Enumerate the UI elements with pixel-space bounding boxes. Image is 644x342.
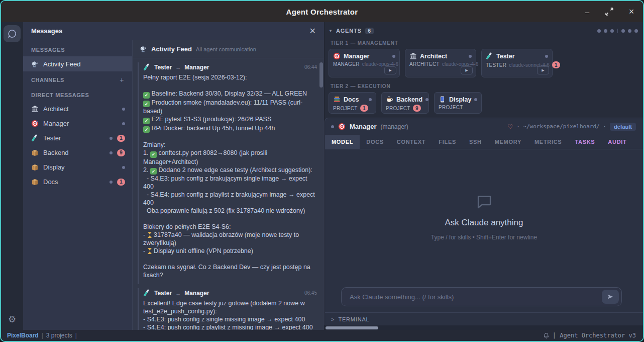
detail-agent-name: Manager — [350, 123, 376, 130]
tab-files[interactable]: FILES — [432, 135, 463, 149]
dm-label: Manager — [43, 120, 69, 127]
send-icon — [607, 293, 614, 301]
dm-label: Docs — [43, 178, 58, 186]
agent-role: ARCHITECT — [409, 61, 440, 67]
tab-ssh[interactable]: SSH — [463, 135, 488, 149]
tab-docs[interactable]: DOCS — [360, 135, 390, 149]
satellite-icon — [31, 60, 39, 68]
app-window: Agent Orchestrator – × ⚙ Messages ✕ MES — [0, 0, 644, 342]
horizontal-scrollbar[interactable] — [325, 325, 643, 330]
tab-audit[interactable]: AUDIT — [601, 135, 633, 149]
package-icon — [31, 149, 39, 156]
send-button[interactable] — [602, 290, 619, 304]
message-time: 06:45 — [304, 290, 317, 296]
add-channel-button[interactable]: + — [120, 76, 124, 84]
arrow-icon: → — [175, 290, 181, 296]
unread-badge: 1 — [552, 61, 560, 68]
session-badge[interactable]: default — [610, 123, 636, 131]
tier2-cards: Docs PROJECT 1 Backend PROJECT 9 Display… — [329, 92, 638, 114]
agent-card-docs[interactable]: Docs PROJECT 1 — [329, 92, 376, 114]
package-icon — [31, 178, 39, 186]
unread-badge: 9 — [117, 149, 125, 156]
building-icon — [31, 105, 39, 113]
dm-item-manager[interactable]: Manager — [23, 116, 132, 131]
agents-section: ▼ AGENTS 6 TIER 1 — MANAGEMENT Manager M… — [325, 22, 643, 114]
title-bar: Agent Orchestrator – × — [1, 1, 643, 22]
agent-card-display[interactable]: Display PROJECT — [434, 92, 482, 114]
target-icon — [333, 52, 341, 60]
dm-item-tester[interactable]: Tester 1 — [23, 131, 132, 145]
agent-card-name: Docs — [344, 96, 359, 103]
feed-scrollbar[interactable] — [319, 60, 323, 328]
agents-title: AGENTS — [336, 28, 362, 34]
tab-metrics[interactable]: METRICS — [528, 135, 568, 149]
chevron-right-icon: > — [331, 316, 334, 322]
statusbar-app-name: PixelBoard — [7, 332, 39, 339]
presence-dot — [110, 181, 113, 184]
feed-messages: Tester → Manager 06:44 Pełny raport E2E … — [133, 58, 324, 330]
message-to: Manager — [184, 64, 209, 71]
terminal-label: TERMINAL — [338, 316, 369, 322]
statusbar-separator: | — [42, 332, 43, 339]
dm-section-label: DIRECT MESSAGES — [23, 88, 132, 102]
tab-memory[interactable]: MEMORY — [488, 135, 528, 149]
dm-label: Display — [43, 163, 65, 171]
tab-context[interactable]: CONTEXT — [390, 135, 432, 149]
agent-card-architect[interactable]: Architect ARCHITECT claude-opus-4-6 ▶ — [405, 49, 476, 77]
messages-rail-button[interactable] — [4, 25, 21, 42]
tab-model[interactable]: MODEL — [325, 135, 360, 149]
close-button[interactable]: × — [626, 6, 637, 17]
presence-dot — [122, 166, 125, 169]
presence-dot — [425, 98, 428, 101]
agent-role: MANAGER — [333, 61, 360, 67]
start-agent-button[interactable]: ▶ — [384, 66, 396, 74]
books-icon — [333, 96, 341, 103]
message-from: Tester — [154, 290, 172, 297]
unread-badge: 1 — [117, 135, 125, 142]
nav-item-label: Activity Feed — [43, 60, 80, 68]
dm-label: Tester — [43, 134, 61, 142]
agent-card-backend[interactable]: Backend PROJECT 9 — [381, 92, 429, 114]
statusbar-version: | Agent Orchestrator v3 — [553, 332, 636, 339]
target-icon — [31, 120, 39, 127]
presence-dot — [110, 151, 113, 154]
dm-item-backend[interactable]: Backend 9 — [23, 145, 132, 160]
presence-dot — [110, 137, 113, 140]
dm-item-docs[interactable]: Docs 1 — [23, 175, 132, 189]
agent-card-manager[interactable]: Manager MANAGER claude-opus-4-6 ▶ — [329, 49, 400, 77]
start-agent-button[interactable]: ▶ — [537, 66, 549, 74]
statusbar-separator: | — [75, 332, 77, 339]
agent-card-tester[interactable]: Tester TESTER claude-sonnet-4-6 1 ▶ — [481, 49, 553, 77]
activity-rail: ⚙ — [1, 22, 23, 330]
dm-item-display[interactable]: Display — [23, 160, 132, 175]
agents-header[interactable]: ▼ AGENTS 6 — [329, 25, 638, 36]
bell-icon[interactable] — [543, 332, 550, 339]
activity-feed-panel: Activity Feed All agent communication Te… — [133, 40, 324, 330]
dm-item-architect[interactable]: Architect — [23, 102, 132, 116]
settings-gear-icon[interactable]: ⚙ — [8, 314, 16, 325]
test-tube-icon — [31, 134, 39, 142]
target-icon — [338, 123, 346, 130]
messages-panel-title: Messages — [31, 27, 62, 35]
maximize-icon[interactable] — [604, 6, 615, 17]
terminal-toggle[interactable]: > TERMINAL — [325, 312, 643, 325]
agent-detail-panel: Manager (manager) ♡ · ~/workspace/pixelb… — [325, 118, 643, 325]
test-tube-icon — [143, 63, 151, 71]
presence-dot — [474, 98, 477, 101]
collapse-chevron-icon: ▼ — [329, 29, 333, 33]
ask-input-row — [325, 284, 643, 312]
ask-input[interactable] — [349, 293, 602, 301]
start-agent-button[interactable]: ▶ — [461, 66, 473, 74]
tab-tasks[interactable]: TASKS — [568, 135, 601, 149]
phone-icon — [439, 96, 446, 103]
close-icon[interactable]: ✕ — [309, 27, 316, 35]
satellite-icon — [140, 45, 147, 53]
unread-badge: 9 — [413, 105, 421, 112]
coffee-icon — [386, 96, 393, 103]
agent-model: claude-opus-4-6 — [442, 61, 478, 67]
presence-dot — [545, 55, 548, 58]
minimize-button[interactable]: – — [582, 6, 593, 17]
nav-item-activity-feed[interactable]: Activity Feed — [23, 56, 132, 71]
agent-card-name: Manager — [344, 53, 369, 60]
presence-dot — [392, 55, 395, 58]
